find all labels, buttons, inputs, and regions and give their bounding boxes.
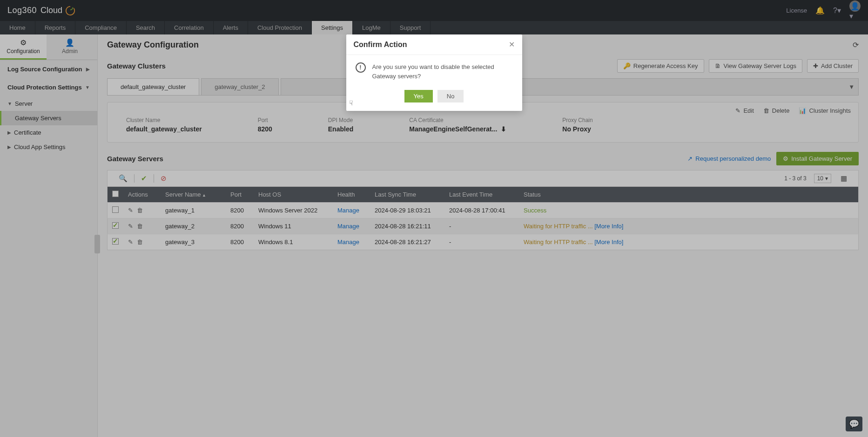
confirm-modal: Confirm Action ✕ ! Are you sure you want… [346,34,522,111]
modal-close-button[interactable]: ✕ [509,40,515,49]
exclamation-icon: ! [356,62,366,73]
modal-title: Confirm Action [354,41,407,49]
modal-message: Are you sure you want to disable the sel… [372,62,513,81]
confirm-yes-button[interactable]: Yes [404,90,433,102]
confirm-no-button[interactable]: No [437,90,464,102]
